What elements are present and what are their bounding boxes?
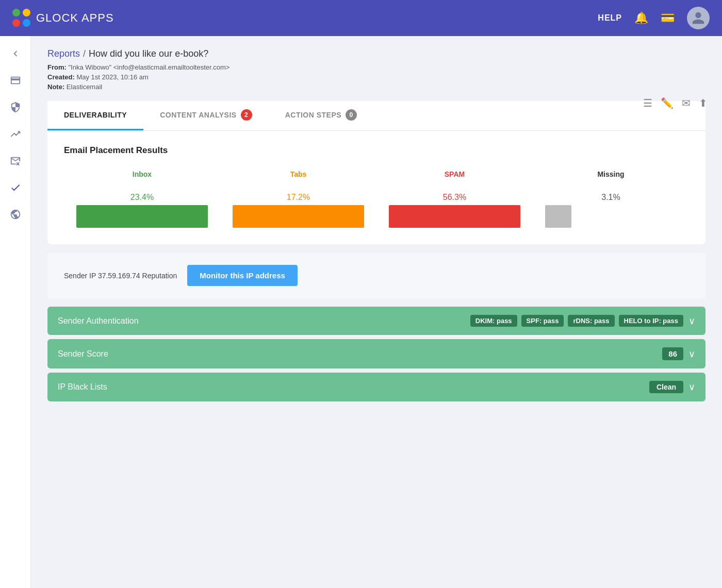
dot-yellow <box>23 9 30 16</box>
bar-inbox <box>76 205 208 228</box>
logo-area: GLOCK APPS <box>12 9 114 27</box>
badge-clean: Clean <box>649 381 683 393</box>
badge-dkim: DKIM: pass <box>470 315 517 327</box>
breadcrumb: Reports / How did you like our e-book? <box>47 48 705 59</box>
badge-rdns: rDNS: pass <box>568 315 614 327</box>
sidebar-item-trend[interactable] <box>4 123 27 145</box>
wallet-icon[interactable]: 💳 <box>661 11 675 25</box>
accordion-sender-score-chevron: ∨ <box>688 348 695 360</box>
tab-content-analysis-label: CONTENT ANALYSIS <box>160 111 237 119</box>
bar-label-spam: SPAM <box>445 170 465 178</box>
bar-pct-missing: 3.1% <box>601 193 620 202</box>
accordion-ip-blacklists: IP Black Lists Clean ∨ <box>47 373 705 401</box>
tab-content-analysis-badge: 2 <box>241 109 252 121</box>
bar-wrap-inbox <box>64 205 220 228</box>
app-name: GLOCK <box>36 11 78 24</box>
accordion-sender-auth: Sender Authentication DKIM: pass SPF: pa… <box>47 307 705 335</box>
dot-green <box>12 9 20 16</box>
bar-wrap-tabs <box>220 205 376 228</box>
avatar[interactable] <box>687 7 710 29</box>
share-icon[interactable]: ⬆ <box>699 97 708 109</box>
sidebar-item-email-check[interactable] <box>4 149 27 172</box>
bar-label-inbox: Inbox <box>133 170 152 178</box>
bar-chart: Inbox 23.4% Tabs 17.2% SPAM <box>64 170 689 228</box>
accordion-sender-score-title: Sender Score <box>58 349 662 359</box>
bar-col-tabs: Tabs 17.2% <box>220 170 376 228</box>
bar-label-tabs: Tabs <box>290 170 307 178</box>
badge-helo: HELO to IP: pass <box>619 315 683 327</box>
breadcrumb-current: How did you like our e-book? <box>89 48 208 59</box>
accordion-ip-blacklists-title: IP Black Lists <box>58 382 649 392</box>
bar-col-missing: Missing 3.1% <box>533 170 689 228</box>
accordion-sender-score-badges: 86 <box>662 347 683 360</box>
accordion-sender-auth-title: Sender Authentication <box>58 316 470 326</box>
logo-dots <box>12 9 31 27</box>
dot-red <box>12 19 20 27</box>
main-layout: ☰ ✏️ ✉ ⬆ Reports / How did you like our … <box>0 36 722 588</box>
created-value: May 1st 2023, 10:16 am <box>76 73 148 81</box>
note-label: Note: <box>47 83 64 91</box>
accordion-sender-score: Sender Score 86 ∨ <box>47 339 705 368</box>
nav-right: HELP 🔔 💳 <box>598 7 710 29</box>
bar-wrap-missing <box>533 205 689 228</box>
page-header: Reports / How did you like our e-book? F… <box>47 48 705 91</box>
content: ☰ ✏️ ✉ ⬆ Reports / How did you like our … <box>31 36 722 588</box>
header-actions: ☰ ✏️ ✉ ⬆ <box>643 97 708 109</box>
badge-score: 86 <box>662 347 683 360</box>
bar-col-spam: SPAM 56.3% <box>376 170 533 228</box>
bar-missing <box>545 205 571 228</box>
meta-from: From: "Inka Wibowo" <info@elasticmail.em… <box>47 63 705 71</box>
edit-icon[interactable]: ✏️ <box>661 97 674 109</box>
sidebar-item-inbox[interactable] <box>4 69 27 92</box>
bar-spam <box>389 205 520 228</box>
topnav: GLOCK APPS HELP 🔔 💳 <box>0 0 722 36</box>
nav-help-label[interactable]: HELP <box>598 13 622 23</box>
note-value: Elasticemail <box>67 83 102 91</box>
dot-blue <box>23 19 30 27</box>
breadcrumb-separator: / <box>83 48 86 59</box>
logo-text: GLOCK APPS <box>36 11 114 25</box>
bar-col-inbox: Inbox 23.4% <box>64 170 220 228</box>
breadcrumb-reports[interactable]: Reports <box>47 48 80 59</box>
sidebar-item-checkmark[interactable] <box>4 176 27 199</box>
accordion-ip-blacklists-chevron: ∨ <box>688 381 695 393</box>
tab-deliverability-label: DELIVERABILITY <box>64 111 127 119</box>
email-icon[interactable]: ✉ <box>682 97 691 109</box>
tabs: DELIVERABILITY CONTENT ANALYSIS 2 ACTION… <box>47 101 705 131</box>
from-value: "Inka Wibowo" <info@elasticmail.emailtoo… <box>68 63 229 71</box>
accordion-sender-auth-badges: DKIM: pass SPF: pass rDNS: pass HELO to … <box>470 315 683 327</box>
accordion-sender-auth-header[interactable]: Sender Authentication DKIM: pass SPF: pa… <box>47 307 705 335</box>
sidebar-item-chevron[interactable] <box>4 42 27 65</box>
sidebar <box>0 36 31 588</box>
tab-action-steps-badge: 0 <box>346 109 357 121</box>
bar-pct-inbox: 23.4% <box>130 193 154 202</box>
monitor-ip-button[interactable]: Monitor this IP address <box>187 265 298 286</box>
sidebar-item-globe[interactable] <box>4 203 27 226</box>
accordion-ip-blacklists-header[interactable]: IP Black Lists Clean ∨ <box>47 373 705 401</box>
bell-icon[interactable]: 🔔 <box>634 11 648 25</box>
app-name-suffix: APPS <box>78 11 114 24</box>
tab-action-steps[interactable]: ACTION STEPS 0 <box>269 101 373 130</box>
created-label: Created: <box>47 73 75 81</box>
bar-tabs <box>233 205 364 228</box>
bar-pct-tabs: 17.2% <box>287 193 310 202</box>
tab-action-steps-label: ACTION STEPS <box>285 111 341 119</box>
bar-label-missing: Missing <box>597 170 624 178</box>
accordion-sender-auth-chevron: ∨ <box>688 315 695 327</box>
list-icon[interactable]: ☰ <box>643 97 652 109</box>
tab-content-analysis[interactable]: CONTENT ANALYSIS 2 <box>143 101 269 130</box>
badge-spf: SPF: pass <box>521 315 564 327</box>
sidebar-item-shield[interactable] <box>4 96 27 119</box>
bar-pct-spam: 56.3% <box>443 193 466 202</box>
meta-note: Note: Elasticemail <box>47 83 705 91</box>
accordion: Sender Authentication DKIM: pass SPF: pa… <box>47 307 705 401</box>
ip-section: Sender IP 37.59.169.74 Reputation Monito… <box>47 253 705 298</box>
email-placement-title: Email Placement Results <box>64 145 689 156</box>
accordion-sender-score-header[interactable]: Sender Score 86 ∨ <box>47 339 705 368</box>
tab-deliverability[interactable]: DELIVERABILITY <box>47 101 143 130</box>
email-placement-card: Email Placement Results Inbox 23.4% Tabs… <box>47 131 705 244</box>
ip-label: Sender IP 37.59.169.74 Reputation <box>64 272 177 280</box>
from-label: From: <box>47 63 67 71</box>
accordion-ip-blacklists-badges: Clean <box>649 381 683 393</box>
meta-created: Created: May 1st 2023, 10:16 am <box>47 73 705 81</box>
